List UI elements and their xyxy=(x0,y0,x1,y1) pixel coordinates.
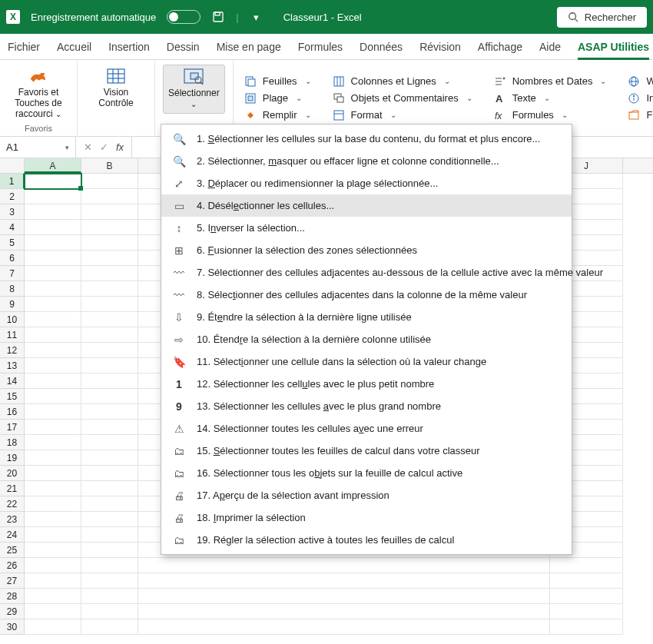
menu-item-2[interactable]: 🔍2. Sélectionner, masquer ou effacer lig… xyxy=(161,150,572,172)
cell[interactable] xyxy=(81,358,138,373)
row-header[interactable]: 18 xyxy=(0,435,25,450)
colonnes-button[interactable]: Colonnes et Lignes⌄ xyxy=(333,75,472,88)
cancel-icon[interactable]: ✕ xyxy=(84,141,92,153)
menu-item-16[interactable]: 🗂16. Sélectionner tous les objets sur la… xyxy=(161,462,572,484)
row-header[interactable]: 14 xyxy=(0,373,25,389)
cell[interactable] xyxy=(138,573,550,589)
remplir-button[interactable]: Remplir⌄ xyxy=(244,109,311,121)
cell[interactable] xyxy=(25,481,81,496)
tab-revision[interactable]: Révision xyxy=(419,34,461,59)
cell[interactable] xyxy=(81,573,138,589)
name-box[interactable]: A1 ▾ xyxy=(0,137,76,158)
row-header[interactable]: 7 xyxy=(0,266,25,281)
tab-accueil[interactable]: Accueil xyxy=(57,34,91,59)
cell[interactable] xyxy=(81,312,138,327)
row-header[interactable]: 29 xyxy=(0,604,25,619)
row-header[interactable]: 22 xyxy=(0,496,25,512)
tab-affichage[interactable]: Affichage xyxy=(478,34,522,59)
row-header[interactable]: 15 xyxy=(0,389,25,404)
format-button[interactable]: Format⌄ xyxy=(333,109,472,121)
cell[interactable] xyxy=(81,220,138,235)
cell[interactable] xyxy=(25,251,81,266)
row-header[interactable]: 6 xyxy=(0,251,25,266)
cell[interactable] xyxy=(138,604,550,619)
nombres-button[interactable]: Nombres et Dates⌄ xyxy=(494,75,607,88)
selectionner-button[interactable]: Sélectionner⌄ xyxy=(163,65,225,114)
menu-item-9[interactable]: ⇩9. Étendre la sélection à la dernière l… xyxy=(161,306,572,328)
tab-insertion[interactable]: Insertion xyxy=(108,34,150,59)
row-header[interactable]: 28 xyxy=(0,589,25,604)
cell[interactable] xyxy=(25,404,81,420)
cell[interactable] xyxy=(25,450,81,466)
cell[interactable] xyxy=(81,297,138,312)
cell[interactable] xyxy=(81,543,138,558)
menu-item-15[interactable]: 🗂15. Sélectionner toutes les feuilles de… xyxy=(161,440,572,462)
tab-asap[interactable]: ASAP Utilities xyxy=(578,34,649,59)
cell[interactable] xyxy=(25,343,81,358)
row-header[interactable]: 3 xyxy=(0,204,25,220)
cell[interactable] xyxy=(25,327,81,343)
accept-icon[interactable]: ✓ xyxy=(100,141,108,153)
web-button[interactable]: Web⌄ xyxy=(628,75,653,88)
row-header[interactable]: 26 xyxy=(0,558,25,573)
feuilles-button[interactable]: Feuilles⌄ xyxy=(244,75,311,88)
cell[interactable] xyxy=(25,527,81,543)
menu-item-12[interactable]: 112. Sélectionner les cellules avec le p… xyxy=(161,373,572,395)
save-icon[interactable] xyxy=(211,10,225,24)
cell[interactable] xyxy=(25,358,81,373)
menu-item-8[interactable]: 〰8. Sélectionner des cellules adjacentes… xyxy=(161,284,572,306)
col-header-b[interactable]: B xyxy=(81,158,138,173)
row-header[interactable]: 20 xyxy=(0,466,25,481)
cell[interactable] xyxy=(138,589,550,604)
cell[interactable] xyxy=(25,297,81,312)
cell[interactable] xyxy=(25,235,81,251)
cell[interactable] xyxy=(81,512,138,527)
row-header[interactable]: 1 xyxy=(0,174,25,189)
objets-button[interactable]: Objets et Commentaires⌄ xyxy=(333,92,472,105)
menu-item-7[interactable]: 〰7. Sélectionner des cellules adjacentes… xyxy=(161,261,572,284)
cell[interactable] xyxy=(81,527,138,543)
menu-item-19[interactable]: 🗂19. Régler la sélection active à toutes… xyxy=(161,529,572,551)
menu-item-1[interactable]: 🔍1. Sélectionner les cellules sur la bas… xyxy=(161,128,572,150)
row-header[interactable]: 24 xyxy=(0,527,25,543)
cell[interactable] xyxy=(81,327,138,343)
select-all-corner[interactable] xyxy=(0,158,25,173)
row-header[interactable]: 27 xyxy=(0,573,25,589)
cell[interactable] xyxy=(25,312,81,327)
cell[interactable] xyxy=(81,450,138,466)
cell[interactable] xyxy=(25,466,81,481)
cell[interactable] xyxy=(25,281,81,297)
row-header[interactable]: 11 xyxy=(0,327,25,343)
cell[interactable] xyxy=(81,373,138,389)
menu-item-14[interactable]: ⚠14. Sélectionner toutes les cellules av… xyxy=(161,417,572,440)
menu-item-6[interactable]: ⊞6. Fusionner la sélection des zones sél… xyxy=(161,239,572,261)
plage-button[interactable]: Plage⌄ xyxy=(244,92,311,105)
cell[interactable] xyxy=(25,512,81,527)
menu-item-17[interactable]: 🖨17. Aperçu de la sélection avant impres… xyxy=(161,484,572,506)
fichier-button[interactable]: Fichier et Système⌄ xyxy=(628,109,653,121)
row-header[interactable]: 16 xyxy=(0,404,25,420)
menu-item-4[interactable]: ▭4. Désélectionner les cellules... xyxy=(161,194,572,217)
cell[interactable] xyxy=(25,573,81,589)
cell[interactable] xyxy=(25,373,81,389)
cell[interactable] xyxy=(138,558,550,573)
tab-aide[interactable]: Aide xyxy=(539,34,561,59)
cell[interactable] xyxy=(25,420,81,435)
tab-miseenpage[interactable]: Mise en page xyxy=(217,34,281,59)
cell[interactable] xyxy=(550,589,623,604)
row-header[interactable]: 13 xyxy=(0,358,25,373)
qat-caret-icon[interactable]: ▾ xyxy=(250,10,264,24)
cell[interactable] xyxy=(81,619,138,635)
cell[interactable] xyxy=(81,281,138,297)
search-button[interactable]: Rechercher xyxy=(557,7,647,28)
cell[interactable] xyxy=(25,435,81,450)
col-header-a[interactable]: A xyxy=(25,158,81,173)
cell[interactable] xyxy=(81,435,138,450)
cell[interactable] xyxy=(550,558,623,573)
tab-formules[interactable]: Formules xyxy=(298,34,343,59)
cell[interactable] xyxy=(25,589,81,604)
tab-fichier[interactable]: Fichier xyxy=(8,34,40,59)
cell[interactable] xyxy=(81,174,138,189)
cell[interactable] xyxy=(81,189,138,204)
vision-button[interactable]: Vision Contrôle xyxy=(85,65,147,112)
